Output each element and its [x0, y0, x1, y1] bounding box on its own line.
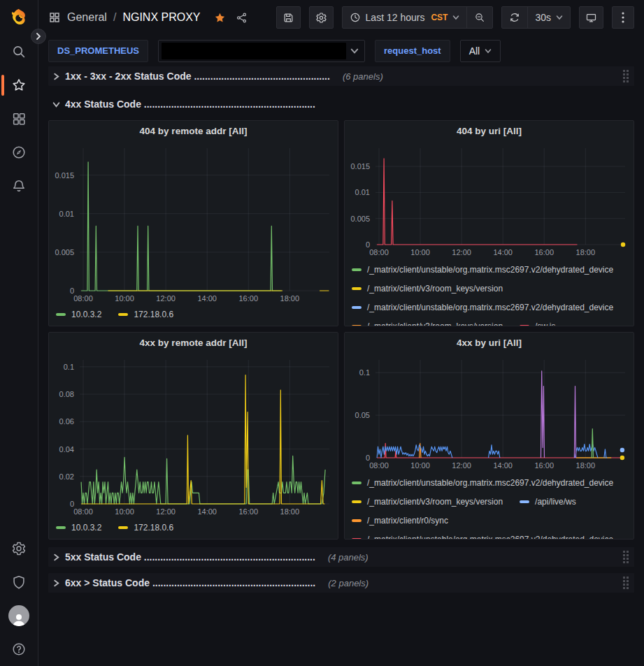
- legend-item[interactable]: 10.0.3.2: [56, 310, 101, 319]
- legend-label: /_matrix/client/unstable/org.matrix.msc2…: [367, 303, 613, 312]
- panel-title[interactable]: 404 by remote addr [All]: [49, 121, 338, 141]
- request-host-variable-select[interactable]: All: [460, 40, 501, 62]
- apps-grid-icon: [48, 11, 61, 24]
- panel-legend: 10.0.3.2172.18.0.6: [49, 305, 338, 326]
- variables-bar: DS_PROMETHEUS request_host All: [38, 35, 644, 66]
- row-drag-handle[interactable]: [622, 575, 630, 591]
- chart-svg: 00.020.040.060.080.108:0010:0012:0014:00…: [49, 353, 338, 518]
- svg-text:18:00: 18:00: [576, 461, 596, 470]
- svg-text:12:00: 12:00: [452, 248, 471, 256]
- sidebar-item-server-admin[interactable]: [0, 565, 38, 599]
- gear-icon: [11, 541, 27, 556]
- legend-row: /_matrix/client/v3/room_keys/version/sw.…: [352, 317, 627, 326]
- dashboard-settings-button[interactable]: [309, 6, 334, 29]
- legend-label: /_matrix/client/r0/sync: [367, 516, 448, 526]
- sidebar-item-dashboards[interactable]: [0, 102, 38, 136]
- row-1xx-3xx-2xx[interactable]: 1xx - 3xx - 2xx Status Code ............…: [48, 66, 634, 86]
- main-area: General / NGINX PROXY Last 12 hours CST: [38, 0, 644, 666]
- legend-item[interactable]: 172.18.0.6: [118, 310, 173, 319]
- timeseries-chart[interactable]: 00.050.108:0010:0012:0014:0016:0018:00: [345, 353, 634, 472]
- datasource-variable-select[interactable]: [158, 40, 365, 62]
- grafana-logo-icon[interactable]: [0, 0, 38, 35]
- timeseries-chart[interactable]: 00.020.040.060.080.108:0010:0012:0014:00…: [49, 353, 338, 518]
- sidebar-item-alerting[interactable]: [0, 169, 38, 203]
- legend-item[interactable]: /_matrix/client/unstable/org.matrix.msc2…: [352, 535, 613, 540]
- timezone-label: CST: [431, 13, 448, 22]
- save-icon: [282, 12, 294, 24]
- sidebar-item-help[interactable]: [0, 632, 38, 666]
- row-5xx[interactable]: 5xx Status Code ........................…: [48, 547, 634, 567]
- sidebar-item-profile[interactable]: [0, 599, 38, 632]
- star-filled-icon[interactable]: [214, 12, 226, 24]
- panel-title[interactable]: 4xx by remote addr [All]: [49, 333, 338, 353]
- refresh-button[interactable]: [502, 7, 527, 28]
- zoom-out-icon: [474, 12, 485, 23]
- legend-item[interactable]: /sw.js: [520, 321, 555, 326]
- panel-title[interactable]: 4xx by uri [All]: [345, 333, 634, 353]
- request-host-variable-label[interactable]: request_host: [375, 40, 450, 62]
- sidebar-item-configuration[interactable]: [0, 532, 38, 565]
- sidebar-expand-button[interactable]: [31, 29, 46, 44]
- panel-404-by-uri-all: 404 by uri [All]00.0050.010.01508:0010:0…: [344, 120, 634, 326]
- legend-label: 10.0.3.2: [71, 310, 101, 319]
- refresh-interval-picker[interactable]: 30s: [527, 7, 570, 28]
- star-outline-icon: [11, 78, 27, 93]
- legend-item[interactable]: 172.18.0.6: [118, 523, 173, 533]
- share-icon[interactable]: [236, 12, 248, 24]
- time-range-picker[interactable]: Last 12 hours CST: [343, 7, 467, 28]
- breadcrumb-folder[interactable]: General: [67, 11, 107, 24]
- legend-item[interactable]: /_matrix/client/unstable/org.matrix.msc2…: [352, 478, 613, 488]
- row-title: 1xx - 3xx - 2xx Status Code ............…: [65, 71, 330, 82]
- svg-text:18:00: 18:00: [280, 294, 300, 303]
- row-drag-handle[interactable]: [622, 68, 630, 84]
- kebab-menu-button[interactable]: [612, 6, 634, 29]
- svg-text:0.01: 0.01: [355, 188, 370, 196]
- legend-row: /_matrix/client/unstable/org.matrix.msc2…: [352, 530, 627, 539]
- row-6xx[interactable]: 6xx > Status Code ......................…: [48, 573, 634, 593]
- legend-swatch: [118, 313, 128, 316]
- legend-item[interactable]: /_matrix/client/unstable/org.matrix.msc2…: [352, 265, 613, 275]
- search-icon: [11, 44, 27, 59]
- row-panel-count: (4 panels): [328, 552, 368, 563]
- svg-text:0.08: 0.08: [59, 390, 74, 398]
- panel-title[interactable]: 404 by uri [All]: [345, 121, 634, 141]
- refresh-interval-label: 30s: [535, 12, 551, 23]
- legend-item[interactable]: 10.0.3.2: [56, 523, 101, 533]
- chevron-down-icon: [52, 101, 60, 108]
- gear-icon: [315, 12, 327, 24]
- datasource-variable-value-redacted: [162, 43, 346, 59]
- svg-text:12:00: 12:00: [156, 294, 176, 303]
- legend-swatch: [56, 526, 66, 529]
- timeseries-chart[interactable]: 00.0050.010.01508:0010:0012:0014:0016:00…: [345, 141, 634, 259]
- row-4xx[interactable]: 4xx Status Code ........................…: [48, 94, 634, 114]
- zoom-out-button[interactable]: [466, 7, 492, 28]
- svg-text:12:00: 12:00: [452, 461, 471, 470]
- legend-swatch: [56, 313, 66, 316]
- datasource-variable-label[interactable]: DS_PROMETHEUS: [48, 40, 148, 62]
- legend-item[interactable]: /_matrix/client/v3/room_keys/version: [352, 497, 503, 507]
- legend-item[interactable]: /_matrix/client/r0/sync: [352, 516, 448, 526]
- legend-item[interactable]: /_matrix/client/v3/room_keys/version: [352, 284, 503, 294]
- save-dashboard-button[interactable]: [276, 6, 301, 29]
- legend-item[interactable]: /_matrix/client/unstable/org.matrix.msc2…: [352, 303, 613, 312]
- breadcrumb-separator: /: [113, 11, 116, 24]
- svg-text:18:00: 18:00: [576, 248, 596, 256]
- legend-label: /api/live/ws: [535, 497, 576, 507]
- legend-swatch: [520, 500, 529, 503]
- legend-label: /_matrix/client/unstable/org.matrix.msc2…: [367, 478, 613, 488]
- legend-item[interactable]: /_matrix/client/v3/room_keys/version: [352, 321, 503, 326]
- row-drag-handle[interactable]: [622, 549, 630, 565]
- legend-swatch: [352, 482, 362, 484]
- sidebar-item-explore[interactable]: [0, 136, 38, 169]
- sidebar-item-starred[interactable]: [0, 68, 38, 102]
- svg-text:0.02: 0.02: [59, 472, 74, 481]
- timeseries-chart[interactable]: 00.0050.010.01508:0010:0012:0014:0016:00…: [49, 141, 338, 305]
- legend-row: 10.0.3.2172.18.0.6: [56, 306, 331, 323]
- view-mode-button[interactable]: [579, 6, 603, 29]
- help-icon: [11, 642, 27, 657]
- legend-swatch: [352, 538, 362, 540]
- dashboards-grid-icon: [11, 111, 27, 126]
- legend-swatch: [352, 519, 362, 522]
- legend-item[interactable]: /api/live/ws: [520, 497, 576, 507]
- legend-label: 172.18.0.6: [134, 310, 173, 319]
